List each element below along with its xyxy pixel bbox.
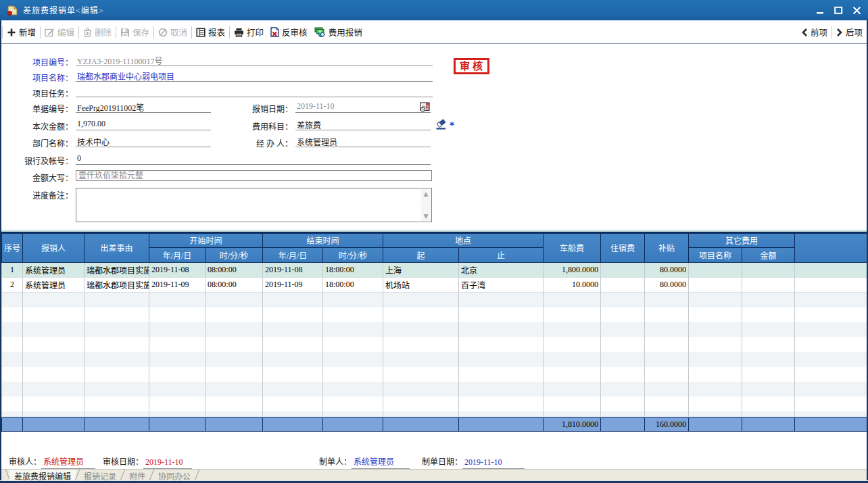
table-cell[interactable] <box>689 278 742 293</box>
project_no-field[interactable]: YZJA3-2019-11100017号 <box>76 55 433 66</box>
column-subheader[interactable]: 金额 <box>742 248 795 263</box>
column-header[interactable]: 地点 <box>383 234 544 248</box>
amount_words-field[interactable]: 壹仟玖佰柒拾元整 <box>76 170 432 181</box>
table-cell[interactable]: 10.0000 <box>544 278 601 293</box>
column-header[interactable]: 报销人 <box>23 234 85 263</box>
doc_no-field[interactable]: FeePrg201911002笔 <box>76 101 211 113</box>
column-subheader[interactable]: 年/月/日 <box>263 248 323 263</box>
toolbar-button-print[interactable]: 打印 <box>231 24 267 41</box>
column-header[interactable]: 序号 <box>2 234 23 263</box>
column-header[interactable]: 住宿费 <box>601 234 645 263</box>
table-cell[interactable]: 机场站 <box>383 278 459 293</box>
auditor-label: 审核人： <box>9 457 41 467</box>
table-cell[interactable] <box>795 263 867 278</box>
toolbar-button-expense[interactable]: 费用报销 <box>311 24 366 41</box>
column-header[interactable]: 开始时间 <box>149 234 263 248</box>
table-cell[interactable]: 1,800.0000 <box>544 263 601 278</box>
project_task-field[interactable] <box>76 86 433 97</box>
table-row[interactable]: 2系统管理员瑞都水郡项目实施2019-11-0908:00:002019-11-… <box>2 278 867 293</box>
department-field[interactable]: 技术中心 <box>76 136 211 147</box>
tab-collaboration[interactable]: 协同办公 <box>153 469 195 480</box>
close-button[interactable] <box>851 5 863 16</box>
summary-row: 1,810.0000160.0000 <box>2 417 867 432</box>
empty-row <box>2 293 867 307</box>
doc_no-label: 单据编号： <box>28 103 73 115</box>
table-cell[interactable]: 1 <box>2 263 23 278</box>
empty-cell <box>323 337 383 352</box>
table-cell[interactable]: 上海 <box>383 263 459 278</box>
table-cell[interactable]: 08:00:00 <box>206 278 263 293</box>
column-subheader[interactable]: 时/分/秒 <box>206 248 263 263</box>
progress_memo-field[interactable]: ▲▼ <box>76 188 432 222</box>
table-cell[interactable]: 18:00:00 <box>323 278 383 293</box>
scroll-down-icon[interactable]: ▼ <box>421 211 431 221</box>
column-header[interactable] <box>795 234 867 263</box>
column-subheader[interactable]: 项目名称 <box>689 248 742 263</box>
empty-cell <box>544 397 601 411</box>
calendar-icon[interactable] <box>420 102 430 115</box>
tab-attachments[interactable]: 附件 <box>124 469 150 480</box>
toolbar-button-plus[interactable]: 新增 <box>3 24 39 41</box>
table-cell[interactable]: 系统管理员 <box>23 263 85 278</box>
claim_date-field[interactable]: 2019-11-10 <box>295 101 431 113</box>
minimize-button[interactable] <box>815 5 826 16</box>
project_no-label: 项目编号： <box>28 56 73 68</box>
toolbar-button-unaudit[interactable]: 反审核 <box>267 24 311 41</box>
column-subheader[interactable]: 年/月/日 <box>149 248 206 263</box>
prev-item-button[interactable]: 前项 <box>798 26 831 39</box>
column-subheader[interactable]: 时/分/秒 <box>323 248 383 263</box>
eraser-edit-icon[interactable] <box>435 118 448 133</box>
toolbar: 新增编辑删除保存取消报表打印反审核费用报销 前项后项 <box>1 20 867 44</box>
table-cell[interactable] <box>742 278 795 293</box>
column-header[interactable]: 其它费用 <box>689 234 795 248</box>
table-cell[interactable]: 2019-11-08 <box>263 263 323 278</box>
toolbar-button-report[interactable]: 报表 <box>193 24 228 41</box>
table-cell[interactable] <box>601 263 645 278</box>
empty-cell <box>544 382 601 397</box>
empty-cell <box>459 367 544 382</box>
table-cell[interactable] <box>601 278 645 293</box>
table-cell[interactable]: 北京 <box>459 263 544 278</box>
amount-field[interactable]: 1,970.00 <box>76 119 211 130</box>
column-header[interactable]: 车船费 <box>544 234 601 263</box>
handler-field[interactable]: 系统管理员 <box>295 136 431 147</box>
table-cell[interactable]: 2019-11-09 <box>149 278 206 293</box>
table-cell[interactable]: 2 <box>2 278 23 293</box>
table-cell[interactable] <box>689 263 742 278</box>
table-row[interactable]: 1系统管理员瑞都水郡项目实施2019-11-0808:00:002019-11-… <box>2 263 867 278</box>
next-item-button[interactable]: 后项 <box>833 26 866 39</box>
tab-expense-edit[interactable]: 差旅费报销编辑 <box>9 469 76 480</box>
empty-cell <box>23 322 85 337</box>
empty-cell <box>263 367 323 382</box>
column-header[interactable]: 出差事由 <box>85 234 149 263</box>
table-cell[interactable]: 80.0000 <box>645 263 689 278</box>
empty-cell <box>795 322 867 337</box>
toolbar-button-delete: 删除 <box>80 24 115 41</box>
table-cell[interactable]: 百子湾 <box>459 278 544 293</box>
table-cell[interactable]: 系统管理员 <box>23 278 85 293</box>
subject-field[interactable]: 差旅费 <box>295 119 431 130</box>
table-cell[interactable]: 2019-11-09 <box>263 278 323 293</box>
tab-claim-records[interactable]: 报销记录 <box>79 469 121 480</box>
empty-cell <box>601 367 645 382</box>
maximize-button[interactable] <box>833 5 844 16</box>
column-subheader[interactable]: 起 <box>383 248 459 263</box>
table-cell[interactable] <box>742 263 795 278</box>
empty-cell <box>742 307 795 322</box>
table-cell[interactable]: 瑞都水郡项目实施 <box>85 278 149 293</box>
column-header[interactable]: 结束时间 <box>263 234 383 248</box>
table-cell[interactable]: 80.0000 <box>645 278 689 293</box>
table-cell[interactable] <box>795 278 867 293</box>
table-cell[interactable]: 2019-11-08 <box>149 263 206 278</box>
column-subheader[interactable]: 止 <box>459 248 544 263</box>
memo-scrollbar[interactable]: ▲▼ <box>421 189 431 221</box>
column-header[interactable]: 补贴 <box>645 234 689 263</box>
table-cell[interactable]: 18:00:00 <box>323 263 383 278</box>
table-cell[interactable]: 08:00:00 <box>206 263 263 278</box>
table-cell[interactable]: 瑞都水郡项目实施 <box>85 263 149 278</box>
project_name-field[interactable]: 瑞都水郡商业中心弱电项目 <box>76 70 433 82</box>
document-icon <box>7 5 18 16</box>
bank_account-field[interactable]: 0 <box>76 153 431 165</box>
scroll-up-icon[interactable]: ▲ <box>421 189 431 199</box>
title-bar: 差旅费报销单<编辑> <box>0 0 868 20</box>
